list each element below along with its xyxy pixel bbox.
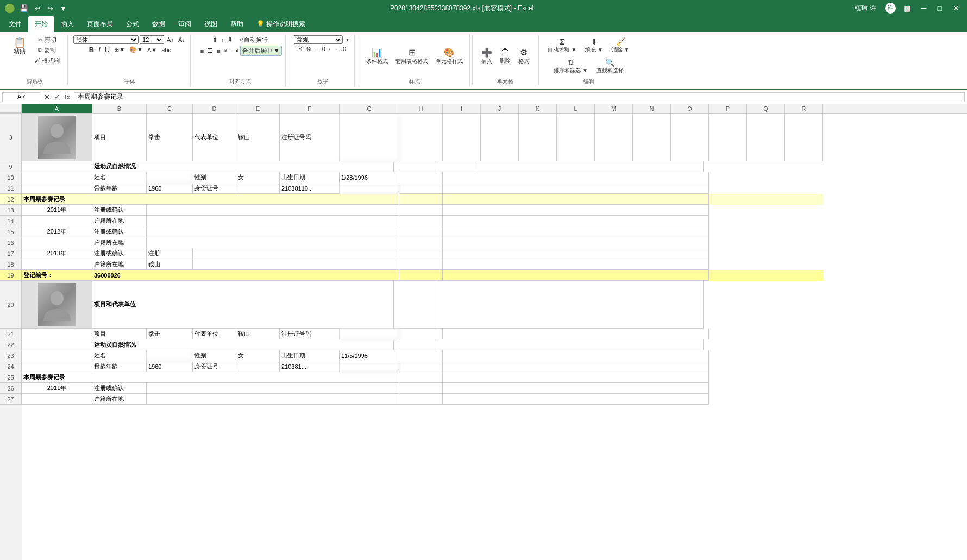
cell-B26[interactable]: 注册或确认 [92,383,147,394]
cell-rest23[interactable] [443,350,709,361]
wrap-text-btn[interactable]: ↵自动换行 [237,35,269,45]
col-header-E[interactable]: E [236,104,280,113]
cell-rest20[interactable] [437,281,704,329]
cell-D21[interactable]: 代表单位 [193,329,236,339]
cell-G3[interactable] [340,114,399,161]
cell-I3[interactable] [443,114,481,161]
row-header-11[interactable]: 11 [0,183,22,194]
cell-B9-merged[interactable]: 运动员自然情况 [92,161,394,172]
cell-reference-box[interactable] [2,92,40,102]
cell-L3[interactable] [557,114,595,161]
cell-D24[interactable]: 身份证号 [193,361,236,372]
cell-H26[interactable] [399,383,443,394]
redo-quick-btn[interactable]: ↪ [45,3,55,14]
cell-A10[interactable] [22,172,92,183]
cell-E24[interactable] [236,361,280,372]
cell-H17[interactable] [399,248,443,259]
cell-B27[interactable]: 户籍所在地 [92,394,147,405]
cell-D23[interactable]: 性别 [193,350,236,361]
cell-E11[interactable] [236,183,280,194]
cell-D18-merged[interactable] [193,259,399,270]
cell-A24[interactable] [22,361,92,372]
cell-rest14[interactable] [443,216,709,226]
cell-rest21[interactable] [443,329,709,339]
cell-H27[interactable] [399,394,443,405]
cell-rest18[interactable] [443,259,709,270]
italic-button[interactable]: I [97,45,102,54]
cell-H19[interactable] [399,270,443,281]
cell-J9-rest[interactable] [475,161,704,172]
align-top-btn[interactable]: ⬆ [211,36,219,44]
cell-rest13[interactable] [443,205,709,216]
cell-A13[interactable]: 2011年 [22,205,92,216]
cut-button[interactable]: ✂ 剪切 [33,35,61,45]
col-header-A[interactable]: A [22,104,92,113]
cell-A25-merged[interactable]: 本周期参赛记录 [22,372,399,383]
cell-C18[interactable]: 鞍山 [147,259,193,270]
col-header-F[interactable]: F [280,104,340,113]
cell-C23[interactable] [147,350,193,361]
cell-H21[interactable] [399,329,443,339]
row-header-27[interactable]: 27 [0,394,22,405]
tab-review[interactable]: 审阅 [172,16,198,32]
bold-button[interactable]: B [87,45,96,54]
cell-A9[interactable] [22,161,92,172]
cell-A12-merged[interactable]: 本周期参赛记录 [22,194,399,205]
cell-B3[interactable]: 项目 [92,114,147,161]
align-right-btn[interactable]: ≡ [215,47,222,55]
font-size-select[interactable]: 12 [140,35,164,44]
row-header-21[interactable]: 21 [0,329,22,339]
number-format-select[interactable]: 常规 [294,35,343,44]
cell-A26[interactable]: 2011年 [22,383,92,394]
cell-A23[interactable] [22,350,92,361]
cell-E21[interactable]: 鞍山 [236,329,280,339]
cell-H22[interactable] [394,339,437,350]
row-header-25[interactable]: 25 [0,372,22,383]
comma-btn[interactable]: , [313,45,318,53]
row-header-22[interactable]: 22 [0,339,22,350]
undo-quick-btn[interactable]: ↩ [33,3,43,14]
cell-rest19[interactable] [443,270,709,281]
cell-H13[interactable] [399,205,443,216]
cell-E10[interactable]: 女 [236,172,280,183]
row-header-13[interactable]: 13 [0,205,22,216]
col-header-B[interactable]: B [92,104,147,113]
cell-G23[interactable]: 11/5/1998 [340,350,399,361]
cell-D11[interactable]: 身份证号 [193,183,236,194]
cell-C27-merged[interactable] [147,394,399,405]
row-header-14[interactable]: 14 [0,216,22,226]
cell-H9[interactable] [394,161,437,172]
delete-cells-btn[interactable]: 🗑 删除 [497,45,514,67]
increase-indent-btn[interactable]: ⇥ [231,47,240,55]
cell-F3[interactable]: 注册证号码 [280,114,340,161]
cell-A19[interactable]: 登记编号： [22,270,92,281]
col-header-L[interactable]: L [557,104,595,113]
tab-home[interactable]: 开始 [28,16,54,32]
row-header-9[interactable]: 9 [0,161,22,172]
find-select-btn[interactable]: 🔍 查找和选择 [593,56,627,77]
col-header-K[interactable]: K [519,104,557,113]
increase-font-btn[interactable]: A↑ [165,36,175,43]
cell-I9[interactable] [437,161,475,172]
cell-A22[interactable] [22,339,92,350]
cell-F23[interactable]: 出生日期 [280,350,340,361]
cell-H15[interactable] [399,226,443,237]
cell-H16[interactable] [399,237,443,248]
maximize-btn[interactable]: □ [934,3,945,14]
cell-rest22[interactable] [437,339,704,350]
align-bottom-btn[interactable]: ⬇ [226,36,234,44]
cell-N3[interactable] [633,114,671,161]
cell-D17-merged[interactable] [193,248,399,259]
format-cells-btn[interactable]: ⚙ 格式 [515,45,532,67]
tab-view[interactable]: 视图 [198,16,224,32]
font-name-select[interactable]: 黑体 [73,35,139,44]
cell-B18[interactable]: 户籍所在地 [92,259,147,270]
cell-rest17[interactable] [443,248,709,259]
cell-C24[interactable]: 1960 [147,361,193,372]
cell-O3[interactable] [671,114,709,161]
cell-rest26[interactable] [443,383,709,394]
clear-btn[interactable]: 🧹 清除 ▼ [608,35,633,56]
cell-Q3[interactable] [747,114,785,161]
cell-rest27[interactable] [443,394,709,405]
increase-decimal-btn[interactable]: .0→ [319,45,333,53]
